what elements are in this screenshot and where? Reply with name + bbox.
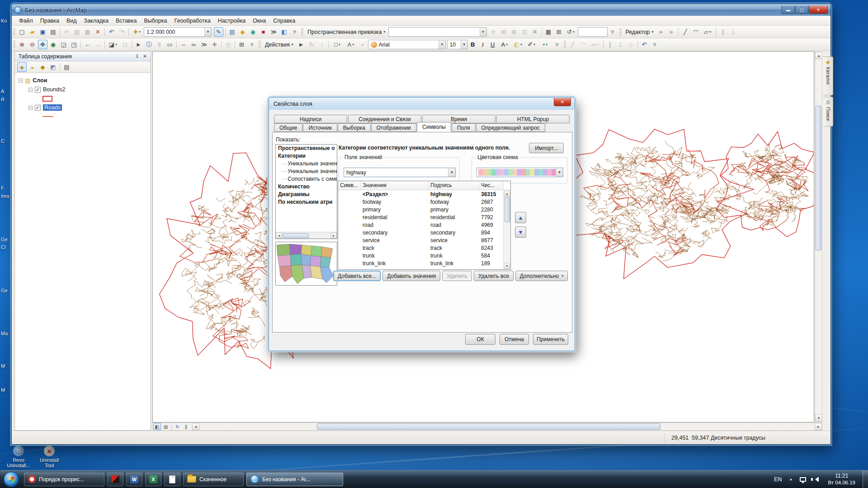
- minimize-button[interactable]: ▬: [782, 6, 795, 14]
- back-icon[interactable]: ←: [83, 40, 92, 49]
- menu-item[interactable]: Настройка: [214, 17, 250, 25]
- dialog-tab[interactable]: Источник: [303, 123, 337, 132]
- marker-color-icon[interactable]: •: [539, 40, 552, 49]
- open-folder-icon[interactable]: ▰: [28, 27, 37, 37]
- polygon-symbol-swatch[interactable]: [42, 96, 52, 102]
- sketch-shape-icon[interactable]: ▱: [589, 40, 601, 49]
- fill-color-icon[interactable]: ◧: [512, 40, 524, 49]
- rotate-element-icon[interactable]: ↻: [307, 40, 316, 49]
- overflow-icon[interactable]: ▿: [552, 40, 562, 49]
- cancel-button[interactable]: Отмена: [500, 334, 529, 345]
- toc-selection-icon[interactable]: ◩: [48, 62, 58, 72]
- table-row[interactable]: road road 4969: [338, 221, 510, 229]
- scroll-down-icon[interactable]: ▾: [815, 414, 822, 422]
- map-scale-combo[interactable]: 1:2 000 000 ▼: [144, 27, 212, 37]
- sketch-arc-icon[interactable]: ◠: [691, 27, 700, 37]
- title-bar[interactable]: Без названия - ArcMap ▬ ▢ ✕: [12, 4, 830, 16]
- menu-item[interactable]: Справка: [269, 17, 299, 25]
- dialog-action-button[interactable]: Дополнительно: [515, 271, 568, 281]
- scroll-up-icon[interactable]: ▲: [504, 191, 510, 197]
- toolbar-grip[interactable]: [13, 28, 15, 36]
- scroll-right-icon[interactable]: ▸: [815, 423, 822, 430]
- table-row[interactable]: secondary secondary 894: [338, 229, 510, 236]
- language-indicator[interactable]: EN: [770, 476, 785, 483]
- desktop-icon-revo[interactable]: ↻ Revo Uninstall...: [4, 446, 33, 468]
- find-route-icon[interactable]: ≫: [199, 40, 209, 49]
- edit-pointer-icon[interactable]: ►: [656, 27, 666, 37]
- georef-4-icon[interactable]: ⊡: [520, 27, 529, 37]
- dialog-close-button[interactable]: ✕: [554, 98, 571, 106]
- speaker-icon[interactable]: [812, 477, 819, 482]
- chevron-down-icon[interactable]: ▼: [448, 168, 455, 177]
- vertical-scroll-thumb[interactable]: [505, 197, 510, 222]
- start-button[interactable]: [4, 472, 19, 487]
- toc-panel-icon[interactable]: ▤: [227, 27, 237, 37]
- table-row[interactable]: trunk trunk 584: [338, 252, 510, 259]
- column-header-label[interactable]: Подпись: [429, 181, 479, 190]
- renderer-tree-item[interactable]: Уникальные значен: [276, 168, 337, 175]
- toc-layer-roads[interactable]: − ✓ Roads: [19, 103, 151, 112]
- toolbar-grip[interactable]: [259, 41, 261, 49]
- dialog-action-button[interactable]: Удалить все: [474, 271, 514, 281]
- tab-search[interactable]: ⊙ Поиск: [823, 97, 833, 127]
- dialog-tab[interactable]: Символы: [417, 122, 451, 132]
- renderer-tree-item[interactable]: Количество: [276, 183, 337, 191]
- overflow-icon[interactable]: ▿: [290, 27, 299, 37]
- italic-button[interactable]: I: [478, 40, 487, 49]
- table-row[interactable]: trunk_link trunk_link 189: [338, 259, 510, 267]
- line-color-icon[interactable]: ✐: [525, 40, 538, 49]
- html-popup-icon[interactable]: ▭: [165, 40, 175, 49]
- tray-expand-icon[interactable]: ▲: [786, 477, 797, 481]
- menu-item[interactable]: Файл: [15, 17, 37, 25]
- toc-visibility-icon[interactable]: ◆: [38, 62, 47, 72]
- renderer-tree-item[interactable]: По нескольким атри: [276, 198, 337, 206]
- close-icon[interactable]: ✕: [141, 53, 149, 60]
- pin-icon[interactable]: ↧: [133, 53, 141, 60]
- color-ramp-combo[interactable]: ▼: [476, 168, 563, 177]
- data-view-icon[interactable]: ◧: [153, 423, 161, 430]
- menu-item[interactable]: Окна: [249, 17, 269, 25]
- renderer-tree-item[interactable]: Уникальные значен: [276, 160, 337, 168]
- vertical-scroll-thumb[interactable]: [816, 106, 821, 250]
- ok-button[interactable]: ОК: [465, 334, 495, 345]
- georeferencing-layer-combo[interactable]: ▼: [388, 27, 487, 37]
- identify-icon[interactable]: ⓘ: [144, 40, 154, 49]
- renderer-tree-hscroll[interactable]: ◂ ▸: [276, 232, 337, 239]
- font-color-icon[interactable]: A: [498, 40, 511, 49]
- dialog-tab[interactable]: Выборка: [338, 123, 371, 132]
- georef-table-icon[interactable]: ▦: [544, 27, 553, 37]
- visibility-checkbox[interactable]: ✓: [35, 87, 41, 93]
- dialog-tab[interactable]: Отображение: [371, 123, 416, 132]
- column-header-count[interactable]: Чис...: [479, 181, 504, 190]
- new-document-icon[interactable]: ▢: [17, 27, 27, 37]
- sketch-shape-icon[interactable]: ▱: [701, 27, 714, 37]
- fixed-zoom-in-icon[interactable]: ◲: [59, 40, 68, 49]
- zoom-in-icon[interactable]: ⊕: [17, 40, 27, 49]
- add-data-icon[interactable]: ✚: [131, 27, 143, 37]
- georef-5-icon[interactable]: ✖: [530, 27, 540, 37]
- collapse-icon[interactable]: −: [19, 79, 23, 83]
- delete-icon[interactable]: ✕: [93, 27, 103, 37]
- scroll-right-icon[interactable]: ▸: [330, 233, 337, 239]
- georef-2-icon[interactable]: ⊞: [499, 27, 509, 37]
- modelbuilder-icon[interactable]: ◧: [279, 27, 289, 37]
- dialog-tab[interactable]: Надписи: [274, 115, 347, 123]
- select-features-icon[interactable]: ◪: [107, 40, 119, 49]
- chevron-down-icon[interactable]: ▼: [461, 40, 467, 49]
- scroll-left-icon[interactable]: ◂: [192, 423, 199, 430]
- horizontal-scroll-thumb[interactable]: [283, 233, 309, 238]
- full-extent-icon[interactable]: ◉: [48, 40, 58, 49]
- clock[interactable]: 11:21 Вт 04.06.19: [828, 473, 855, 486]
- sketch-perp-icon[interactable]: ⊥: [728, 27, 738, 37]
- table-row[interactable]: primary primary 2280: [338, 206, 510, 213]
- sketch-perp-icon[interactable]: ⊥: [616, 40, 625, 49]
- sketch-undo-icon[interactable]: ↶: [640, 40, 649, 49]
- table-row[interactable]: residential residential 7792: [338, 213, 510, 221]
- select-elements-icon[interactable]: ►: [134, 40, 143, 49]
- column-header-value[interactable]: Значение: [361, 181, 429, 190]
- text-tool-icon[interactable]: A: [344, 40, 357, 49]
- redo-icon[interactable]: ↷: [117, 27, 127, 37]
- dialog-action-button[interactable]: Удалить: [442, 271, 472, 281]
- taskbar-button-excel[interactable]: [145, 473, 161, 486]
- table-row[interactable]: track track 8243: [338, 244, 510, 252]
